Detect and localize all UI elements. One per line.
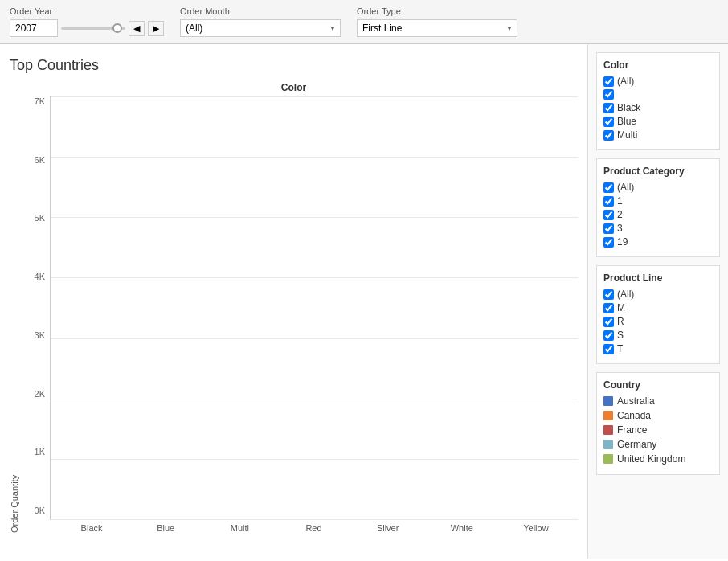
legend-color-france (603, 425, 613, 435)
y-tick: 1K (35, 447, 45, 457)
legend-canada: Canada (603, 410, 713, 421)
legend-australia: Australia (603, 395, 713, 407)
legend-color-canada (603, 411, 613, 420)
color-checkbox-all: (All) (603, 76, 713, 87)
order-month-select-wrapper: (All) January February March April May J… (180, 19, 341, 37)
pc-checkbox-19-label: 19 (617, 236, 628, 248)
pc-checkbox-3: 3 (603, 223, 713, 234)
y-tick: 7K (35, 96, 45, 106)
pc-checkbox-all-input[interactable] (603, 182, 614, 193)
pc-checkbox-2: 2 (603, 209, 713, 220)
pl-checkbox-r: R (603, 316, 713, 327)
pl-checkbox-all-label: (All) (617, 289, 634, 300)
order-type-select[interactable]: First Line Second Line Third Line (357, 19, 517, 37)
y-axis-label: Order Quantity (10, 96, 19, 533)
y-tick: 3K (35, 330, 45, 340)
x-labels: BlackBlueMultiRedSilverWhiteYellow (50, 520, 578, 533)
year-slider-thumb[interactable] (112, 23, 122, 33)
pl-checkbox-s-input[interactable] (603, 330, 614, 341)
main-content: Top Countries Color Order Quantity 0K 1K… (0, 44, 728, 559)
product-category-section: Product Category (All) 1 2 3 19 (596, 158, 720, 257)
pc-checkbox-2-label: 2 (617, 209, 623, 220)
pl-checkbox-r-input[interactable] (603, 317, 614, 327)
x-label: Yellow (502, 520, 570, 533)
pc-checkbox-3-label: 3 (617, 223, 623, 234)
legend-france: France (603, 424, 713, 436)
pc-checkbox-all: (All) (603, 182, 713, 193)
top-bar: Order Year ◀ ▶ Order Month (All) January… (0, 0, 728, 44)
pl-checkbox-s-label: S (617, 330, 624, 341)
color-checkbox-multi-input[interactable] (603, 130, 614, 141)
legend-germany: Germany (603, 439, 713, 450)
pl-checkbox-m-input[interactable] (603, 303, 614, 313)
y-axis: 0K 1K 2K 3K 4K 5K 6K 7K (21, 96, 50, 533)
x-label: White (428, 520, 496, 533)
year-prev-button[interactable]: ◀ (129, 21, 145, 36)
pc-checkbox-1-input[interactable] (603, 196, 614, 207)
color-checkbox-multi: Multi (603, 129, 713, 141)
x-label: Multi (206, 520, 273, 533)
y-tick: 6K (35, 155, 45, 165)
legend-label-australia: Australia (617, 395, 655, 407)
legend-label-france: France (617, 424, 647, 436)
color-checkbox-blue-label: Blue (617, 116, 636, 127)
legend-color-germany (603, 440, 613, 449)
pc-checkbox-all-label: (All) (617, 182, 634, 193)
year-control: ◀ ▶ (10, 19, 164, 37)
sidebar: Color (All) Black Blue Multi (587, 44, 728, 559)
x-label: Blue (132, 520, 199, 533)
color-checkbox-empty (603, 89, 713, 100)
y-tick: 2K (35, 389, 45, 399)
country-legend-section: Country Australia Canada France Germany … (596, 372, 720, 475)
color-checkbox-black: Black (603, 102, 713, 113)
y-tick: 4K (35, 272, 45, 281)
color-checkbox-multi-label: Multi (617, 129, 637, 141)
pl-checkbox-r-label: R (617, 316, 624, 327)
x-label: Red (280, 520, 347, 533)
order-month-select[interactable]: (All) January February March April May J… (180, 19, 341, 37)
pl-checkbox-t: T (603, 343, 713, 354)
legend-label-germany: Germany (617, 439, 656, 450)
pc-checkbox-1: 1 (603, 195, 713, 207)
color-checkbox-black-label: Black (617, 102, 640, 113)
grid-line (51, 519, 578, 520)
year-input[interactable] (10, 19, 58, 37)
product-category-title: Product Category (603, 166, 713, 177)
legend-color-australia (603, 396, 613, 406)
chart-area: Top Countries Color Order Quantity 0K 1K… (0, 44, 587, 559)
order-type-label: Order Type (357, 6, 517, 16)
color-checkbox-blue-input[interactable] (603, 117, 614, 127)
country-legend-title: Country (603, 379, 713, 391)
chart-inner: Order Quantity 0K 1K 2K 3K 4K 5K 6K 7K (10, 96, 578, 533)
x-label: Black (58, 520, 125, 533)
order-month-filter: Order Month (All) January February March… (180, 6, 341, 37)
pl-checkbox-s: S (603, 330, 713, 341)
chart-color-label: Color (10, 82, 578, 93)
pl-checkbox-t-label: T (617, 343, 623, 354)
color-checkbox-blue: Blue (603, 116, 713, 127)
legend-label-uk: United Kingdom (617, 453, 685, 465)
order-type-select-wrapper: First Line Second Line Third Line (357, 19, 517, 37)
pl-checkbox-all: (All) (603, 289, 713, 300)
pc-checkbox-19: 19 (603, 236, 713, 248)
pl-checkbox-t-input[interactable] (603, 344, 614, 354)
pc-checkbox-2-input[interactable] (603, 210, 614, 220)
pl-checkbox-all-input[interactable] (603, 289, 614, 300)
color-filter-title: Color (603, 59, 713, 71)
grid-and-bars (50, 96, 578, 520)
pc-checkbox-3-input[interactable] (603, 223, 614, 234)
year-next-button[interactable]: ▶ (148, 21, 164, 36)
legend-label-canada: Canada (617, 410, 651, 421)
color-checkbox-empty-input[interactable] (603, 89, 614, 100)
year-slider-track[interactable] (61, 27, 125, 30)
order-type-filter: Order Type First Line Second Line Third … (357, 6, 517, 37)
order-year-label: Order Year (10, 6, 164, 16)
color-checkbox-all-input[interactable] (603, 76, 614, 87)
product-line-section: Product Line (All) M R S T (596, 265, 720, 364)
x-label: Silver (354, 520, 422, 533)
bars-container (51, 96, 578, 519)
color-checkbox-black-input[interactable] (603, 103, 614, 113)
y-tick: 0K (35, 506, 45, 515)
chart-container: Order Quantity 0K 1K 2K 3K 4K 5K 6K 7K (10, 96, 578, 549)
pc-checkbox-19-input[interactable] (603, 237, 614, 248)
